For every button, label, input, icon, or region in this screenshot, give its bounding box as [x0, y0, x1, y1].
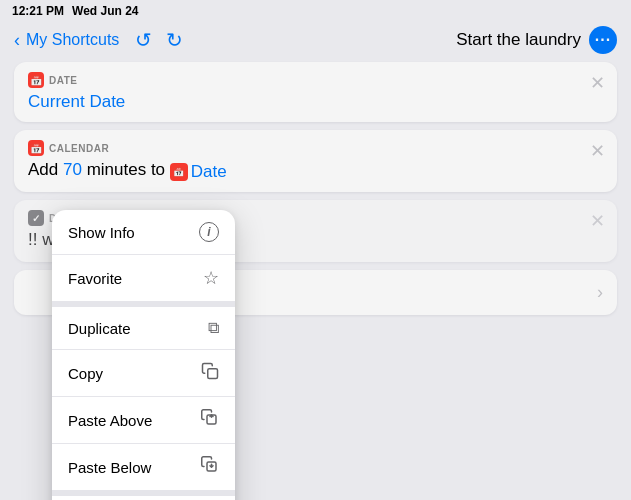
- paste-above-item[interactable]: Paste Above: [52, 397, 235, 444]
- copy-item[interactable]: Copy: [52, 350, 235, 397]
- duplicate-icon: ⧉: [208, 319, 219, 337]
- show-info-item[interactable]: Show Info i: [52, 210, 235, 255]
- info-icon: i: [199, 222, 219, 242]
- paste-below-icon: [201, 456, 219, 478]
- show-info-label: Show Info: [68, 224, 135, 241]
- paste-above-icon: [201, 409, 219, 431]
- favorite-item[interactable]: Favorite ☆: [52, 255, 235, 302]
- duplicate-label: Duplicate: [68, 320, 131, 337]
- star-icon: ☆: [203, 267, 219, 289]
- paste-below-label: Paste Below: [68, 459, 151, 476]
- duplicate-item[interactable]: Duplicate ⧉: [52, 302, 235, 350]
- context-menu: Show Info i Favorite ☆ Duplicate ⧉ Copy …: [52, 210, 235, 500]
- copy-label: Copy: [68, 365, 103, 382]
- paste-above-label: Paste Above: [68, 412, 152, 429]
- copy-icon: [201, 362, 219, 384]
- favorite-label: Favorite: [68, 270, 122, 287]
- remove-item[interactable]: Remove ✕: [52, 491, 235, 500]
- paste-below-item[interactable]: Paste Below: [52, 444, 235, 491]
- svg-rect-0: [208, 369, 218, 379]
